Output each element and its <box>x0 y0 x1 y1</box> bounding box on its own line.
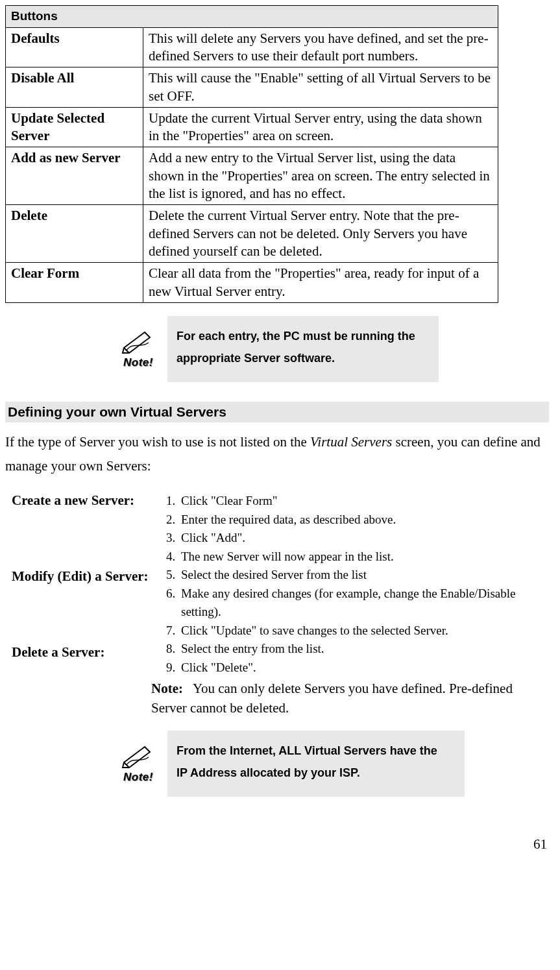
step-item: Select the desired Server from the list <box>178 566 548 585</box>
steps-note-bold: Note: <box>151 681 183 696</box>
step-item: The new Server will now appear in the li… <box>178 548 548 566</box>
step-item: Select the entry from the list. <box>178 640 548 659</box>
label-create: Create a new Server: <box>12 492 151 568</box>
intro-emphasis: Virtual Servers <box>310 434 392 450</box>
step-item: Make any desired changes (for example, c… <box>178 585 548 622</box>
row-label: Clear Form <box>6 263 143 303</box>
table-row: Add as new Server Add a new entry to the… <box>6 147 498 205</box>
intro-paragraph: If the type of Server you wish to use is… <box>5 430 548 479</box>
note-text: From the Internet, ALL Virtual Servers h… <box>167 731 465 797</box>
steps-labels: Create a new Server: Modify (Edit) a Ser… <box>5 492 151 718</box>
row-desc: This will delete any Servers you have de… <box>143 27 498 67</box>
row-label: Disable All <box>6 67 143 108</box>
page-number: 61 <box>5 836 548 853</box>
pencil-icon <box>120 743 156 769</box>
step-item: Click "Add". <box>178 529 548 548</box>
note-text: For each entry, the PC must be running t… <box>167 316 439 382</box>
note-label: Note! <box>123 770 153 784</box>
steps-note: Note: You can only delete Servers you ha… <box>151 679 548 718</box>
steps-note-text: You can only delete Servers you have def… <box>151 681 513 715</box>
row-desc: This will cause the "Enable" setting of … <box>143 67 498 108</box>
row-label: Delete <box>6 205 143 263</box>
table-row: Clear Form Clear all data from the "Prop… <box>6 263 498 303</box>
table-row: Defaults This will delete any Servers yo… <box>6 27 498 67</box>
step-item: Enter the required data, as described ab… <box>178 511 548 529</box>
table-row: Delete Delete the current Virtual Server… <box>6 205 498 263</box>
note-block-2: Note! From the Internet, ALL Virtual Ser… <box>116 731 548 797</box>
row-label: Defaults <box>6 27 143 67</box>
steps-list: Click "Clear Form" Enter the required da… <box>151 492 548 718</box>
row-desc: Add a new entry to the Virtual Server li… <box>143 147 498 205</box>
steps-container: Create a new Server: Modify (Edit) a Ser… <box>5 492 548 718</box>
label-modify: Modify (Edit) a Server: <box>12 568 151 644</box>
intro-part-1: If the type of Server you wish to use is… <box>5 434 310 450</box>
step-item: Click "Update" to save changes to the se… <box>178 622 548 640</box>
row-label: Add as new Server <box>6 147 143 205</box>
row-desc: Delete the current Virtual Server entry.… <box>143 205 498 263</box>
pencil-icon <box>120 328 156 354</box>
note-block-1: Note! For each entry, the PC must be run… <box>116 316 548 382</box>
note-label: Note! <box>123 356 153 370</box>
row-desc: Update the current Virtual Server entry,… <box>143 107 498 147</box>
buttons-table: Buttons Defaults This will delete any Se… <box>5 5 498 303</box>
row-desc: Clear all data from the "Properties" are… <box>143 263 498 303</box>
table-row: Update Selected Server Update the curren… <box>6 107 498 147</box>
step-item: Click "Delete". <box>178 659 548 677</box>
note-icon: Note! <box>116 316 161 382</box>
step-item: Click "Clear Form" <box>178 492 548 511</box>
note-icon: Note! <box>116 731 161 797</box>
section-heading: Defining your own Virtual Servers <box>5 402 549 422</box>
table-header: Buttons <box>6 6 498 28</box>
table-row: Disable All This will cause the "Enable"… <box>6 67 498 108</box>
label-delete: Delete a Server: <box>12 644 151 661</box>
row-label: Update Selected Server <box>6 107 143 147</box>
